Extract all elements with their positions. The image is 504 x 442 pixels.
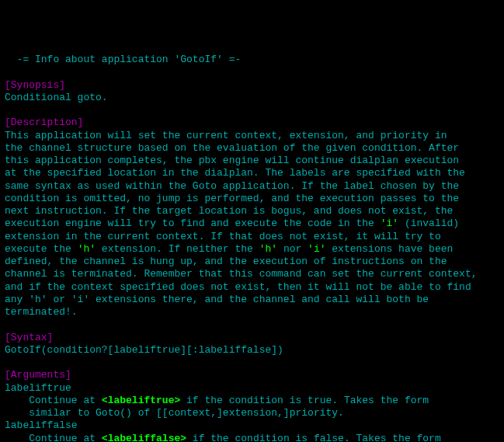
- terminal-help-output: -= Info about application 'GotoIf' =- [S…: [0, 50, 504, 442]
- description-text: This application will set the current co…: [5, 130, 478, 318]
- labeliffalse-placeholder: <labeliffalse>: [102, 433, 186, 443]
- i-extension-label: 'i': [381, 218, 398, 229]
- synopsis-text: Conditional goto.: [5, 92, 108, 103]
- i-extension-label-2: 'i': [308, 243, 325, 255]
- desc-part-1d: nor: [277, 243, 308, 255]
- title-line: -= Info about application 'GotoIf' =-: [5, 54, 241, 65]
- desc-part-1a: This application will set the current co…: [5, 130, 465, 230]
- desc-part-1c: extension. If neither the: [96, 243, 259, 255]
- arg-labeliffalse-name: labeliffalse: [5, 419, 78, 431]
- arg-labeliftrue-desc: Continue at <labeliftrue> if the conditi…: [5, 395, 429, 419]
- heading-description: [Description]: [5, 117, 83, 128]
- h-extension-label: 'h': [78, 243, 96, 255]
- heading-arguments: [Arguments]: [5, 369, 71, 381]
- labeliftrue-placeholder: <labeliftrue>: [102, 395, 180, 406]
- arg-labeliftrue-name: labeliftrue: [5, 382, 71, 394]
- syntax-text: GotoIf(condition?[labeliftrue][:labeliff…: [5, 344, 283, 356]
- h-extension-label-2: 'h': [259, 243, 277, 255]
- heading-syntax: [Syntax]: [5, 332, 53, 343]
- arg-labeliffalse-desc: Continue at <labeliffalse> if the condit…: [5, 433, 441, 443]
- heading-synopsis: [Synopsis]: [5, 79, 65, 91]
- arg1-desc-a: Continue at: [5, 395, 102, 406]
- arg2-desc-a: Continue at: [5, 433, 102, 443]
